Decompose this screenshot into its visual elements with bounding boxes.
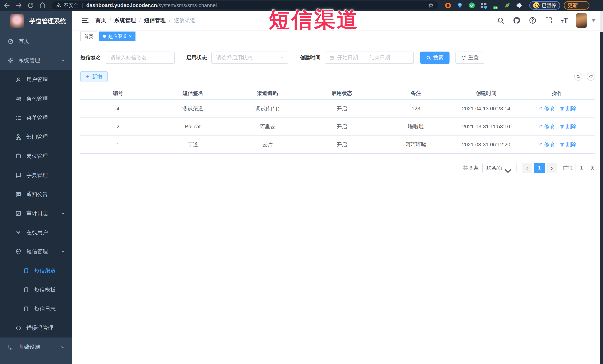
browser-home-icon[interactable]	[39, 2, 46, 9]
breadcrumb-item: 短信渠道	[174, 17, 195, 24]
tab-active[interactable]: 短信渠道×	[99, 32, 136, 41]
help-icon[interactable]	[529, 17, 536, 24]
sidebar-item-label: 部门管理	[26, 133, 48, 141]
status-select[interactable]: 请选择启用状态	[211, 52, 288, 64]
column-header: 启用状态	[305, 90, 379, 97]
adblock-extension-icon[interactable]	[444, 2, 452, 9]
edit-link[interactable]: 修改	[538, 141, 555, 148]
search-icon	[426, 55, 431, 60]
fullscreen-icon[interactable]	[545, 17, 553, 24]
font-size-icon[interactable]: TT	[561, 17, 568, 24]
sidebar-item[interactable]: 错误码管理	[0, 318, 72, 338]
prev-page-button[interactable]: ‹	[522, 163, 532, 173]
sidebar-item[interactable]: 字典管理	[0, 165, 72, 185]
menu-list-icon	[15, 115, 22, 121]
sidebar-item[interactable]: 短信日志	[0, 299, 72, 318]
plus-icon: +	[86, 74, 90, 79]
sidebar-item[interactable]: 菜单管理	[0, 108, 72, 127]
sidebar-item[interactable]: 系统管理	[0, 51, 72, 70]
page-scrollbar[interactable]	[600, 11, 603, 364]
sidebar-item[interactable]: 通知公告	[0, 185, 72, 204]
search-icon[interactable]	[497, 17, 505, 24]
update-label: 更新	[568, 2, 578, 9]
app-logo-row[interactable]: 芋道管理系统	[0, 11, 72, 32]
scrollbar-thumb[interactable]	[600, 11, 603, 32]
bookmark-star-icon[interactable]	[428, 2, 434, 8]
cell-operations: 修改删除	[519, 123, 595, 130]
code-icon	[15, 325, 22, 331]
delete-link[interactable]: 删除	[560, 141, 576, 148]
cell-id: 4	[80, 106, 156, 112]
sidebar-menu: 首页系统管理用户管理角色管理菜单管理部门管理岗位管理字典管理通知公告审计日志在线…	[0, 32, 72, 357]
delete-link[interactable]: 删除	[560, 123, 576, 130]
doc-icon	[23, 306, 29, 312]
sidebar-item[interactable]: 部门管理	[0, 127, 72, 146]
sidebar-item[interactable]: 短信渠道	[0, 261, 72, 280]
table-body: 4测试渠道调试(钉钉)开启1232021-04-13 00:23:14修改删除2…	[80, 100, 595, 154]
security-label[interactable]: 不安全	[63, 2, 79, 9]
refresh-table-button[interactable]	[587, 73, 595, 81]
page-number-button[interactable]: 1	[534, 163, 545, 173]
browser-update-button[interactable]: 更新 ⋮	[564, 1, 590, 10]
sidebar-item[interactable]: 在线用户	[0, 223, 72, 242]
search-button[interactable]: 搜索	[420, 52, 450, 64]
vpn-on-extension-icon[interactable]: on	[492, 2, 499, 9]
chevron-down-icon	[60, 345, 65, 350]
sidebar: 芋道管理系统 首页系统管理用户管理角色管理菜单管理部门管理岗位管理字典管理通知公…	[0, 11, 72, 364]
tab-label: 短信渠道	[108, 33, 127, 40]
column-header: 创建时间	[453, 90, 520, 97]
tab-item[interactable]: 首页	[80, 32, 97, 41]
cell-code: 调试(钉钉)	[230, 105, 305, 112]
browser-back-icon[interactable]	[3, 2, 10, 9]
sidebar-item[interactable]: 短信管理	[0, 242, 72, 261]
edit-link[interactable]: 修改	[538, 105, 555, 112]
date-range-picker[interactable]: 开始日期 - 结束日期	[325, 52, 414, 64]
sidebar-item[interactable]: 基础设施	[0, 338, 72, 357]
paused-profile-chip[interactable]: 已暂停	[529, 1, 560, 10]
address-bar[interactable]: 不安全 dashboard.yudao.iocoder.cn/system/sm…	[52, 1, 438, 10]
add-button[interactable]: + 新增	[80, 71, 108, 82]
sidebar-item[interactable]: 岗位管理	[0, 146, 72, 165]
browser-forward-icon[interactable]	[15, 2, 22, 9]
edit-link[interactable]: 修改	[538, 123, 555, 130]
chevron-down-icon[interactable]	[591, 19, 596, 22]
check-circle-extension-icon[interactable]	[468, 2, 475, 9]
calendar-icon	[329, 55, 334, 60]
toggle-search-button[interactable]	[574, 73, 582, 81]
delete-link[interactable]: 删除	[560, 105, 576, 112]
breadcrumb-item[interactable]: 短信管理	[144, 17, 165, 24]
sidebar-item-label: 错误码管理	[26, 324, 53, 332]
hamburger-icon[interactable]	[81, 17, 89, 24]
grid-extension-icon[interactable]	[480, 2, 487, 9]
breadcrumb-item[interactable]: 系统管理	[114, 17, 136, 24]
next-page-button[interactable]: ›	[547, 163, 557, 173]
close-icon[interactable]: ×	[129, 34, 132, 39]
sidebar-item-label: 菜单管理	[26, 114, 48, 122]
annotation-title: 短信渠道	[269, 6, 359, 34]
cell-created: 2021-03-31 06:12:20	[453, 142, 520, 148]
sidebar-item[interactable]: 角色管理	[0, 89, 72, 108]
leaf-extension-icon[interactable]	[504, 2, 511, 9]
search-button-label: 搜索	[433, 54, 444, 61]
breadcrumb-item[interactable]: 首页	[95, 17, 106, 24]
user-avatar[interactable]	[576, 13, 587, 28]
browser-reload-icon[interactable]	[27, 2, 34, 9]
page-size-value: 10条/页	[486, 165, 502, 171]
goto-page-input[interactable]	[576, 163, 587, 173]
sidebar-item[interactable]: 短信模板	[0, 280, 72, 299]
sidebar-item[interactable]: 用户管理	[0, 70, 72, 89]
cell-id: 2	[80, 124, 156, 130]
location-pin-extension-icon[interactable]	[456, 2, 464, 9]
edit-label: 修改	[544, 105, 555, 112]
page-size-select[interactable]: 10条/页	[482, 163, 517, 173]
sign-input[interactable]	[106, 52, 175, 64]
kebab-menu-icon[interactable]: ⋮	[580, 2, 586, 9]
audit-icon	[15, 210, 22, 217]
puzzle-extensions-icon[interactable]	[516, 2, 523, 9]
github-icon[interactable]	[513, 17, 521, 24]
column-header: 渠道编码	[230, 90, 305, 97]
reset-button[interactable]: 重置	[455, 52, 484, 64]
sidebar-item[interactable]: 首页	[0, 32, 72, 51]
sidebar-item[interactable]: 审计日志	[0, 204, 72, 223]
cell-status: 开启	[305, 105, 379, 112]
